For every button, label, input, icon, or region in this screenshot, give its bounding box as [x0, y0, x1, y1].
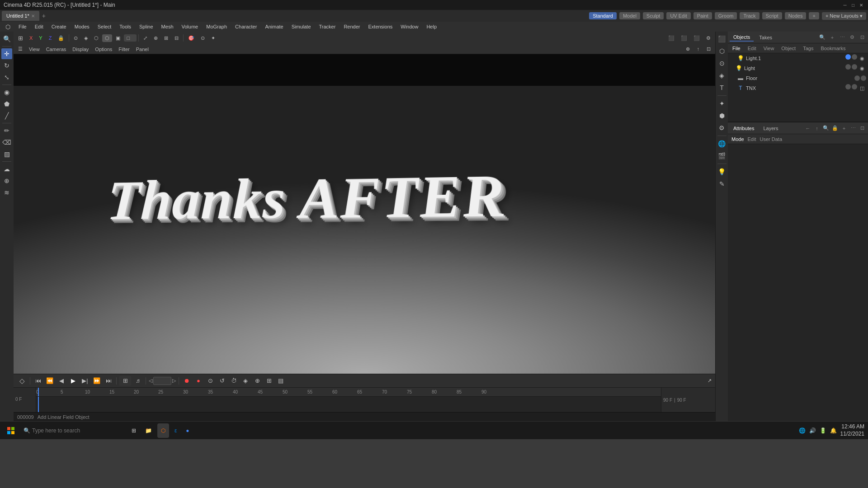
tool-polygon[interactable]: ⬟ — [1, 99, 12, 109]
taskbar-search[interactable]: 🔍 — [20, 423, 126, 438]
vp-menu-display[interactable]: Display — [70, 46, 91, 53]
menu-render[interactable]: Render — [340, 23, 363, 30]
vp-layout-1[interactable]: ⬛ — [665, 34, 677, 42]
attr-lock-icon[interactable]: 🔒 — [831, 124, 839, 132]
menu-window[interactable]: Window — [397, 23, 422, 30]
menu-animate[interactable]: Animate — [261, 23, 287, 30]
menu-modes[interactable]: Modes — [71, 23, 93, 30]
taskbar-file-explorer[interactable]: 📁 — [142, 423, 156, 438]
tnx-dot-icon[interactable] — [852, 84, 857, 89]
tnx-tag-icon[interactable]: ◫ — [858, 84, 866, 92]
vp-camera-btn[interactable]: 🎯 — [185, 34, 197, 42]
menu-tools[interactable]: Tools — [116, 23, 135, 30]
vp-render-btn1[interactable]: ⊙ — [71, 34, 80, 42]
tl-next-key[interactable]: ⏩ — [92, 376, 102, 386]
attr-sub-edit[interactable]: Edit — [748, 136, 756, 142]
vp-menu-filter[interactable]: Filter — [116, 46, 132, 53]
tool-scale[interactable]: ⤡ — [1, 72, 12, 83]
taskbar-chrome[interactable]: ● — [182, 423, 193, 438]
vp-x-axis[interactable]: X — [27, 34, 35, 42]
tab-close-icon[interactable]: ✕ — [31, 14, 35, 19]
tl-preview[interactable]: ⊞ — [264, 376, 274, 386]
layout-model[interactable]: Model — [619, 12, 640, 19]
layout-track[interactable]: Track — [740, 12, 759, 19]
vp-tool-icon[interactable]: ⊞ — [15, 34, 26, 42]
right-icon-objects[interactable]: ⬛ — [717, 33, 727, 44]
vp-light-btn[interactable]: ✦ — [208, 34, 218, 42]
menu-spline[interactable]: Spline — [136, 23, 157, 30]
taskbar-battery-icon[interactable]: 🔋 — [820, 427, 826, 434]
floor-dot-icon[interactable] — [861, 75, 866, 81]
subobj-file[interactable]: File — [730, 45, 743, 52]
menu-mesh[interactable]: Mesh — [158, 23, 177, 30]
tl-next-frame[interactable]: ▶| — [80, 376, 90, 386]
tool-eraser[interactable]: ⌫ — [1, 137, 12, 148]
obj-add-icon[interactable]: + — [828, 33, 836, 42]
vp-settings[interactable]: ⚙ — [703, 34, 713, 42]
right-icon-render[interactable]: ⊙ — [717, 58, 727, 69]
obj-tnx[interactable]: T TNX ◫ — [728, 83, 868, 93]
taskbar-cinema4d[interactable]: ⬡ — [157, 423, 169, 438]
taskbar-notification-icon[interactable]: 🔔 — [830, 427, 837, 434]
vp-view-maximize[interactable]: ⊡ — [704, 45, 713, 53]
vp-z-axis[interactable]: Z — [46, 34, 55, 42]
viewport[interactable]: Thanks AFTER — [14, 54, 715, 374]
light-dot-icon[interactable] — [852, 64, 857, 70]
tl-auto-key[interactable]: ● — [193, 376, 203, 386]
attr-up-icon[interactable]: ↑ — [813, 124, 821, 132]
vp-lock-icon[interactable]: 🔒 — [55, 34, 67, 42]
vp-render-active[interactable]: ⊙ — [198, 34, 208, 42]
attr-maximize-icon[interactable]: ⊡ — [858, 124, 866, 132]
menu-mograph[interactable]: MoGraph — [203, 23, 231, 30]
light1-check-icon[interactable] — [845, 54, 851, 60]
tl-motion-path[interactable]: ⊙ — [205, 376, 215, 386]
timeline-area[interactable]: 0 F 0 5 10 15 20 25 30 35 — [14, 387, 715, 412]
taskbar-edge[interactable]: ε — [171, 423, 180, 438]
menu-extensions[interactable]: Extensions — [364, 23, 396, 30]
attr-sub-userdata[interactable]: User Data — [760, 136, 783, 142]
right-icon-pencil[interactable]: ✎ — [717, 178, 727, 189]
light1-dot-icon[interactable] — [852, 54, 857, 60]
layout-add-button[interactable]: + — [809, 12, 819, 19]
menu-help[interactable]: Help — [423, 23, 440, 30]
tool-sculpt-inflate[interactable]: ⊕ — [1, 175, 12, 186]
attr-menu-icon[interactable]: ⋯ — [849, 124, 857, 132]
obj-floor[interactable]: ▬ Floor — [728, 73, 868, 83]
tl-markers-menu[interactable]: ▤ — [276, 376, 286, 386]
vp-render-btn3[interactable]: ⬡ — [91, 34, 101, 42]
tl-current-frame[interactable]: 0 F — [153, 377, 171, 385]
vp-layout-3[interactable]: ⬛ — [691, 34, 703, 42]
tl-play[interactable]: ▶ — [68, 376, 78, 386]
vp-render-btn4[interactable]: ⬡ — [102, 34, 112, 42]
obj-search-icon[interactable]: 🔍 — [818, 33, 826, 42]
tool-object-select[interactable]: ◉ — [1, 87, 12, 98]
menu-edit[interactable]: Edit — [31, 23, 47, 30]
menu-tracker[interactable]: Tracker — [316, 23, 340, 30]
right-icon-settings[interactable]: ⚙ — [717, 122, 727, 133]
right-icon-camera[interactable]: ⬡ — [717, 46, 727, 56]
layout-standard[interactable]: Standard — [589, 12, 617, 19]
layout-nodes[interactable]: Nodes — [785, 12, 807, 19]
vp-y-axis[interactable]: Y — [36, 34, 45, 42]
vp-render-btn2[interactable]: ◈ — [81, 34, 90, 42]
tl-prev-frame[interactable]: ◀ — [57, 376, 66, 386]
tl-sound-icon[interactable]: ♬ — [133, 376, 143, 386]
taskbar-clock[interactable]: 12:46 AM 11/2/2021 — [840, 423, 864, 437]
menu-character[interactable]: Character — [231, 23, 260, 30]
vp-menu-view[interactable]: View — [26, 46, 42, 53]
vp-menu-panel[interactable]: Panel — [133, 46, 151, 53]
tl-goto-start[interactable]: ⏮ — [33, 376, 43, 386]
right-icon-object-type[interactable]: ◈ — [717, 70, 727, 81]
tool-sculpt-smooth[interactable]: ≋ — [1, 187, 12, 198]
attr-tab-attributes[interactable]: Attributes — [730, 125, 758, 132]
attr-back-icon[interactable]: ← — [804, 124, 812, 132]
layout-uv-edit[interactable]: UV Edit — [666, 12, 690, 19]
tool-paint[interactable]: ✏ — [1, 125, 12, 136]
attr-search-icon[interactable]: 🔍 — [822, 124, 830, 132]
vp-grid2-btn[interactable]: ⊟ — [172, 34, 181, 42]
vp-menu-options[interactable]: Options — [92, 46, 115, 53]
tl-loop[interactable]: ↺ — [217, 376, 227, 386]
obj-light[interactable]: 💡 Light ◉ — [728, 63, 868, 73]
vp-menu-toggle[interactable]: ☰ — [15, 45, 25, 53]
tab-takes[interactable]: Takes — [755, 34, 776, 41]
